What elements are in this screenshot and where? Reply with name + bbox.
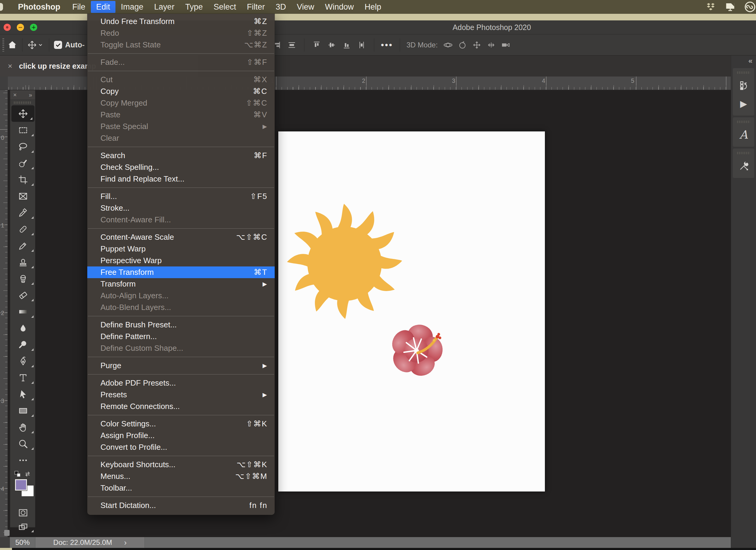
close-window-button[interactable] <box>4 24 11 31</box>
rectangular-marquee-tool[interactable] <box>10 122 36 138</box>
eyedropper-tool[interactable] <box>10 204 36 221</box>
slide-3d-icon[interactable] <box>486 40 496 50</box>
menu-item-copy[interactable]: Copy⌘C <box>87 85 275 97</box>
menu-item-remote-connections[interactable]: Remote Connections... <box>87 401 275 412</box>
menu-item-stroke[interactable]: Stroke... <box>87 202 275 214</box>
align-center-h-icon[interactable] <box>287 40 296 49</box>
menubar-item-image[interactable]: Image <box>115 1 149 13</box>
screen-sharing-icon[interactable] <box>724 1 736 12</box>
lasso-tool[interactable] <box>10 138 36 155</box>
menubar-item-file[interactable]: File <box>67 1 91 13</box>
scrollbar-thumb[interactable] <box>4 530 10 536</box>
menu-item-keyboard-shortcuts[interactable]: Keyboard Shortcuts...⌥⇧⌘K <box>87 459 275 471</box>
menubar-item-view[interactable]: View <box>291 1 320 13</box>
blur-tool[interactable] <box>10 320 36 336</box>
brush-tool[interactable] <box>10 237 36 254</box>
spot-healing-tool[interactable] <box>10 221 36 237</box>
menu-item-check-spelling[interactable]: Check Spelling... <box>87 161 275 173</box>
menu-item-fill[interactable]: Fill...⇧F5 <box>87 190 275 202</box>
menu-item-perspective-warp[interactable]: Perspective Warp <box>87 255 275 266</box>
status-chevron-icon[interactable]: › <box>124 538 127 547</box>
dock-group-grip[interactable] <box>737 151 750 155</box>
zoom-tool[interactable] <box>10 435 36 452</box>
tool-presets-panel-icon[interactable] <box>733 157 754 175</box>
document-size-status[interactable]: Doc: 22.0M/25.0M › <box>35 537 145 548</box>
menu-item-content-aware-scale[interactable]: Content-Aware Scale⌥⇧⌘C <box>87 231 275 243</box>
menubar-item-filter[interactable]: Filter <box>241 1 270 13</box>
menu-item-presets[interactable]: Presets▶ <box>87 389 275 401</box>
menu-item-puppet-warp[interactable]: Puppet Warp <box>87 243 275 255</box>
menubar-item-help[interactable]: Help <box>359 1 387 13</box>
quick-selection-tool[interactable] <box>10 155 36 171</box>
apple-menu-icon[interactable] <box>0 3 3 11</box>
pan-3d-icon[interactable] <box>472 40 482 50</box>
creative-cloud-icon[interactable] <box>744 1 756 13</box>
history-brush-tool[interactable] <box>10 270 36 287</box>
move-tool[interactable] <box>11 105 34 122</box>
menubar-item-photoshop[interactable]: Photoshop <box>11 1 67 13</box>
rectangle-tool[interactable] <box>10 402 36 419</box>
align-bottom-icon[interactable] <box>342 40 351 49</box>
collapse-panels-button[interactable]: « <box>731 55 756 66</box>
align-top-icon[interactable] <box>312 40 321 49</box>
path-selection-tool[interactable] <box>10 386 36 402</box>
menu-item-color-settings[interactable]: Color Settings...⇧⌘K <box>87 418 275 430</box>
crop-tool[interactable] <box>10 171 36 188</box>
home-button[interactable] <box>7 40 17 50</box>
menu-item-transform[interactable]: Transform▶ <box>87 278 275 290</box>
tools-panel-expand-icon[interactable]: » <box>29 91 32 98</box>
vertical-ruler[interactable]: 01234 <box>0 90 8 537</box>
dropbox-icon[interactable] <box>705 2 716 12</box>
orbit-3d-icon[interactable] <box>443 40 453 50</box>
menu-item-search[interactable]: Search⌘F <box>87 150 275 161</box>
screen-mode-button[interactable] <box>10 520 36 534</box>
dock-group-grip[interactable] <box>737 120 750 124</box>
pen-tool[interactable] <box>10 353 36 369</box>
menu-item-find-replace[interactable]: Find and Replace Text... <box>87 173 275 185</box>
menu-item-undo-free-transform[interactable]: Undo Free Transform⌘Z <box>87 16 275 27</box>
move-tool-preset-icon[interactable] <box>27 40 44 50</box>
edit-toolbar-button[interactable] <box>10 452 36 468</box>
eraser-tool[interactable] <box>10 287 36 304</box>
menu-item-start-dictation[interactable]: Start Dictation...fn fn <box>87 500 275 511</box>
foreground-color-swatch[interactable] <box>15 479 27 491</box>
zoom-level-field[interactable]: 50% <box>10 537 35 548</box>
menubar-item-3d[interactable]: 3D <box>270 1 291 13</box>
menu-item-menus[interactable]: Menus...⌥⇧⌘M <box>87 471 275 482</box>
camera-3d-icon[interactable] <box>501 40 510 50</box>
zoom-window-button[interactable] <box>30 24 37 31</box>
roll-3d-icon[interactable] <box>458 40 467 50</box>
quick-mask-button[interactable] <box>10 506 36 520</box>
close-document-icon[interactable]: × <box>0 61 19 71</box>
auto-select-checkbox[interactable] <box>54 41 62 49</box>
menu-item-free-transform[interactable]: Free Transform⌘T <box>87 266 275 278</box>
menubar-item-edit[interactable]: Edit <box>91 1 116 13</box>
glyphs-panel-icon[interactable]: A <box>733 126 754 144</box>
dock-group-grip[interactable] <box>737 70 750 75</box>
menu-item-assign-profile[interactable]: Assign Profile... <box>87 430 275 441</box>
menu-item-convert-to-profile[interactable]: Convert to Profile... <box>87 441 275 453</box>
tools-panel-close-icon[interactable]: × <box>13 91 17 98</box>
hand-tool[interactable] <box>10 419 36 435</box>
menu-item-toolbar[interactable]: Toolbar... <box>87 482 275 494</box>
menubar-item-select[interactable]: Select <box>208 1 241 13</box>
history-panel-icon[interactable] <box>733 76 754 94</box>
type-tool[interactable] <box>10 369 36 386</box>
gradient-tool[interactable] <box>10 304 36 320</box>
menubar-item-type[interactable]: Type <box>180 1 208 13</box>
menubar-item-window[interactable]: Window <box>320 1 359 13</box>
menu-item-define-brush-preset[interactable]: Define Brush Preset... <box>87 319 275 331</box>
swap-colors-icon[interactable] <box>24 470 31 478</box>
menu-item-purge[interactable]: Purge▶ <box>87 360 275 372</box>
actions-panel-icon[interactable]: ▶ <box>733 94 754 112</box>
clone-stamp-tool[interactable] <box>10 254 36 270</box>
options-bar-grip[interactable] <box>2 38 4 52</box>
align-middle-icon[interactable] <box>327 40 336 49</box>
default-colors-icon[interactable] <box>14 470 22 478</box>
minimize-window-button[interactable] <box>17 24 24 31</box>
menubar-item-layer[interactable]: Layer <box>149 1 180 13</box>
dodge-tool[interactable] <box>10 336 36 353</box>
menu-item-adobe-pdf-presets[interactable]: Adobe PDF Presets... <box>87 377 275 389</box>
distribute-v-icon[interactable] <box>357 40 366 49</box>
menu-item-define-pattern[interactable]: Define Pattern... <box>87 331 275 342</box>
